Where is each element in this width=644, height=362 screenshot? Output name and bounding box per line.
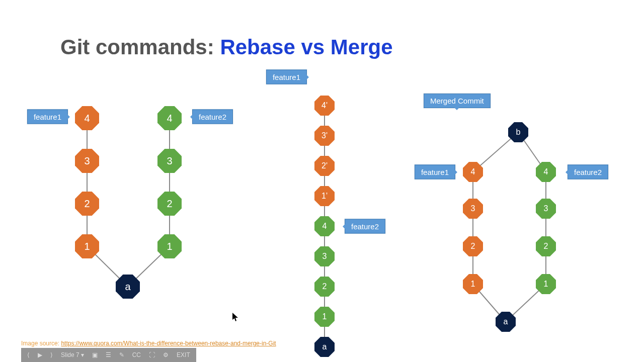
commit-node: 1 xyxy=(536,274,556,294)
notes-icon[interactable]: ☰ xyxy=(103,350,114,359)
branch-label: feature1 xyxy=(27,110,68,124)
commit-node: 2 xyxy=(536,236,556,256)
branch-label: feature1 xyxy=(266,70,307,84)
commit-node: a xyxy=(314,337,335,357)
commit-node: 3 xyxy=(157,149,182,173)
commit-node: b xyxy=(508,122,528,142)
commit-node: 4 xyxy=(536,162,556,182)
next-slide-button[interactable]: ⟩ xyxy=(47,350,56,359)
source-link[interactable]: https://www.quora.com/What-is-the-differ… xyxy=(61,340,276,347)
presenter-toolbar: ⟨ ▶ ⟩ Slide 7 ▾ ▣ ☰ ✎ CC ⛶ ⚙ EXIT xyxy=(21,348,196,362)
commit-node: a xyxy=(116,275,140,299)
commit-node: a xyxy=(496,312,516,332)
branch-label: feature1 xyxy=(415,165,455,179)
commit-node: 3 xyxy=(463,199,483,219)
commit-node: 1 xyxy=(314,307,335,327)
settings-icon[interactable]: ⚙ xyxy=(160,350,172,359)
commit-node: 1 xyxy=(463,274,483,294)
commit-node: 3' xyxy=(314,126,335,146)
cc-button[interactable]: CC xyxy=(129,350,144,359)
commit-node: 4 xyxy=(463,162,483,182)
pointer-icon[interactable]: ✎ xyxy=(116,350,127,359)
commit-node: 2 xyxy=(463,236,483,256)
commit-node: 4 xyxy=(157,106,182,130)
branch-label: feature2 xyxy=(345,219,385,234)
commit-node: 3 xyxy=(536,199,556,219)
fullscreen-icon[interactable]: ⛶ xyxy=(146,350,158,359)
commit-node: 1 xyxy=(157,234,182,258)
qa-icon[interactable]: ▣ xyxy=(89,350,101,359)
branch-label: Merged Commit xyxy=(424,94,491,108)
commit-node: 2 xyxy=(157,192,182,216)
exit-button[interactable]: EXIT xyxy=(174,350,193,359)
image-source: Image source: https://www.quora.com/What… xyxy=(21,340,276,347)
play-button[interactable]: ▶ xyxy=(35,350,45,359)
slide-picker[interactable]: Slide 7 ▾ xyxy=(58,350,87,359)
commit-node: 2' xyxy=(314,156,335,176)
commit-node: 3 xyxy=(75,149,99,173)
commit-node: 1 xyxy=(75,234,99,258)
mouse-cursor xyxy=(232,313,238,322)
commit-node: 4' xyxy=(314,96,335,116)
commit-node: 1' xyxy=(314,186,335,206)
branch-label: feature2 xyxy=(192,110,233,124)
prev-slide-button[interactable]: ⟨ xyxy=(24,350,33,359)
commit-node: 3 xyxy=(314,246,335,266)
commit-node: 2 xyxy=(314,277,335,297)
commit-node: 4 xyxy=(314,216,335,236)
commit-node: 2 xyxy=(75,192,99,216)
branch-label: feature2 xyxy=(568,165,608,179)
